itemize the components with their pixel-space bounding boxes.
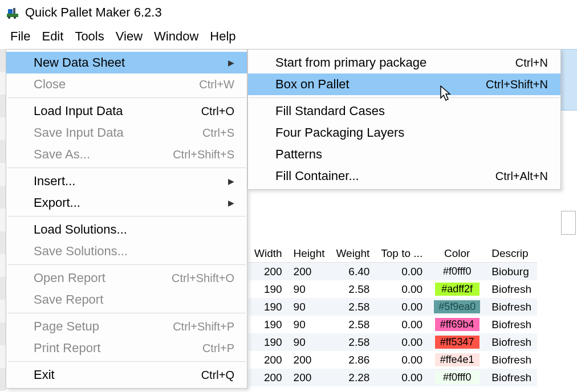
menu-label: Four Packaging Layers bbox=[275, 125, 404, 140]
menu-label: Insert... bbox=[34, 174, 75, 189]
submenu-four-layers[interactable]: Four Packaging Layers bbox=[248, 122, 560, 144]
file-menu-dropdown: New Data Sheet ▶ Close Ctrl+W Load Input… bbox=[6, 49, 247, 389]
color-swatch: #ff5347 bbox=[435, 336, 480, 349]
submenu-fill-container[interactable]: Fill Container... Ctrl+Alt+N bbox=[248, 165, 560, 187]
color-swatch: #f0fff0 bbox=[435, 371, 480, 384]
menu-open-report[interactable]: Open Report Ctrl+Shift+O bbox=[6, 267, 247, 289]
cell-width: 190 bbox=[249, 298, 288, 316]
menu-page-setup[interactable]: Page Setup Ctrl+Shift+P bbox=[6, 316, 247, 337]
cell-height: 90 bbox=[288, 280, 331, 298]
menu-load-solutions[interactable]: Load Solutions... bbox=[6, 219, 247, 240]
background-highlight bbox=[561, 49, 577, 111]
cell-width: 190 bbox=[249, 333, 288, 351]
table-row[interactable]: 190902.580.00#adff2fBiofresh bbox=[249, 280, 537, 298]
menu-save-input-data[interactable]: Save Input Data Ctrl+S bbox=[6, 122, 247, 144]
menubar-help[interactable]: Help bbox=[204, 27, 241, 46]
cell-color: #ff69b4 bbox=[428, 316, 486, 333]
menubar: File Edit Tools View Window Help bbox=[0, 25, 577, 48]
menu-shortcut: Ctrl+S bbox=[202, 126, 234, 140]
menu-label: Export... bbox=[34, 195, 80, 210]
menu-label: New Data Sheet bbox=[34, 55, 125, 70]
menu-label: Open Report bbox=[34, 271, 105, 285]
cell-height: 90 bbox=[288, 298, 331, 316]
cell-height: 200 bbox=[288, 263, 331, 281]
cell-weight: 6.40 bbox=[331, 263, 376, 281]
menu-shortcut: Ctrl+Shift+P bbox=[173, 320, 234, 333]
table-row[interactable]: 2002002.860.00#ffe4e1Biofresh bbox=[249, 351, 537, 369]
menubar-file[interactable]: File bbox=[5, 27, 36, 46]
submenu-patterns[interactable]: Patterns bbox=[248, 144, 560, 165]
menu-shortcut: Ctrl+P bbox=[202, 342, 234, 355]
cell-topto: 0.00 bbox=[375, 369, 428, 386]
color-swatch: #ffe4e1 bbox=[435, 353, 480, 366]
table-row[interactable]: 2002002.280.00#f0fff0Biofresh bbox=[249, 369, 537, 386]
color-swatch: #5f9ea0 bbox=[434, 300, 480, 313]
menu-exit[interactable]: Exit Ctrl+Q bbox=[6, 364, 247, 386]
cell-topto: 0.00 bbox=[375, 333, 428, 351]
titlebar: Quick Pallet Maker 6.2.3 bbox=[0, 0, 577, 25]
submenu-fill-standard[interactable]: Fill Standard Cases bbox=[248, 100, 560, 122]
submenu-start-primary[interactable]: Start from primary package Ctrl+N bbox=[248, 52, 560, 74]
cell-height: 90 bbox=[288, 316, 331, 333]
cell-topto: 0.00 bbox=[375, 263, 428, 281]
menu-label: Page Setup bbox=[34, 319, 99, 334]
menu-save-solutions[interactable]: Save Solutions... bbox=[6, 240, 247, 262]
menu-label: Save As... bbox=[34, 147, 90, 162]
table-row[interactable]: 190902.580.00#5f9ea0Biofresh bbox=[249, 298, 537, 316]
menu-shortcut: Ctrl+Q bbox=[201, 369, 234, 382]
svg-rect-2 bbox=[13, 8, 15, 14]
cell-width: 200 bbox=[249, 369, 288, 386]
menu-print-report[interactable]: Print Report Ctrl+P bbox=[6, 337, 247, 359]
svg-rect-1 bbox=[8, 9, 13, 14]
cell-weight: 2.58 bbox=[331, 280, 376, 298]
menu-label: Fill Standard Cases bbox=[275, 104, 385, 119]
col-color[interactable]: Color bbox=[428, 245, 486, 263]
cell-weight: 2.86 bbox=[331, 351, 376, 369]
menu-label: Save Solutions... bbox=[34, 244, 128, 259]
table-row[interactable]: 190902.580.00#ff69b4Biofresh bbox=[249, 316, 537, 333]
submenu-box-on-pallet[interactable]: Box on Pallet Ctrl+Shift+N bbox=[248, 74, 560, 95]
cell-topto: 0.00 bbox=[375, 298, 428, 316]
menu-shortcut: Ctrl+Shift+O bbox=[172, 272, 234, 285]
data-table: Width Height Weight Top to ... Color Des… bbox=[249, 245, 537, 386]
menubar-tools[interactable]: Tools bbox=[69, 27, 109, 46]
menu-save-as[interactable]: Save As... Ctrl+Shift+S bbox=[6, 144, 247, 165]
table-row[interactable]: 2002006.400.00#f0fff0Bioburg bbox=[249, 263, 537, 281]
submenu-arrow-icon: ▶ bbox=[228, 177, 234, 186]
app-title: Quick Pallet Maker 6.2.3 bbox=[25, 5, 162, 20]
col-height[interactable]: Height bbox=[288, 245, 331, 263]
submenu-arrow-icon: ▶ bbox=[228, 198, 234, 207]
cell-description: Biofresh bbox=[486, 298, 537, 316]
menu-label: Fill Container... bbox=[275, 169, 359, 183]
col-width[interactable]: Width bbox=[249, 245, 288, 263]
menu-export[interactable]: Export... ▶ bbox=[6, 192, 247, 214]
menu-close[interactable]: Close Ctrl+W bbox=[6, 74, 247, 95]
menu-new-data-sheet[interactable]: New Data Sheet ▶ bbox=[6, 52, 247, 74]
svg-point-3 bbox=[8, 17, 10, 19]
col-topto[interactable]: Top to ... bbox=[375, 245, 428, 263]
cell-topto: 0.00 bbox=[375, 351, 428, 369]
cell-height: 200 bbox=[288, 351, 331, 369]
cell-width: 190 bbox=[249, 280, 288, 298]
cell-height: 90 bbox=[288, 333, 331, 351]
cell-description: Biofresh bbox=[486, 369, 537, 386]
cell-description: Biofresh bbox=[486, 351, 537, 369]
menu-save-report[interactable]: Save Report bbox=[6, 289, 247, 311]
col-descrip[interactable]: Descrip bbox=[486, 245, 537, 263]
menu-separator bbox=[7, 168, 246, 168]
menu-label: Load Solutions... bbox=[34, 222, 127, 237]
menubar-view[interactable]: View bbox=[110, 27, 148, 46]
cell-weight: 2.58 bbox=[331, 298, 376, 316]
background-box bbox=[561, 211, 576, 235]
menubar-window[interactable]: Window bbox=[148, 27, 204, 46]
menu-load-input-data[interactable]: Load Input Data Ctrl+O bbox=[6, 100, 247, 122]
table-row[interactable]: 190902.580.00#ff5347Biofresh bbox=[249, 333, 537, 351]
menu-separator bbox=[7, 97, 246, 98]
col-weight[interactable]: Weight bbox=[331, 245, 376, 263]
menu-insert[interactable]: Insert... ▶ bbox=[6, 170, 247, 192]
menubar-edit[interactable]: Edit bbox=[36, 27, 69, 46]
menu-label: Exit bbox=[34, 368, 55, 382]
menu-separator bbox=[249, 97, 559, 98]
cell-description: Biofresh bbox=[486, 316, 537, 333]
cell-description: Bioburg bbox=[486, 263, 537, 281]
